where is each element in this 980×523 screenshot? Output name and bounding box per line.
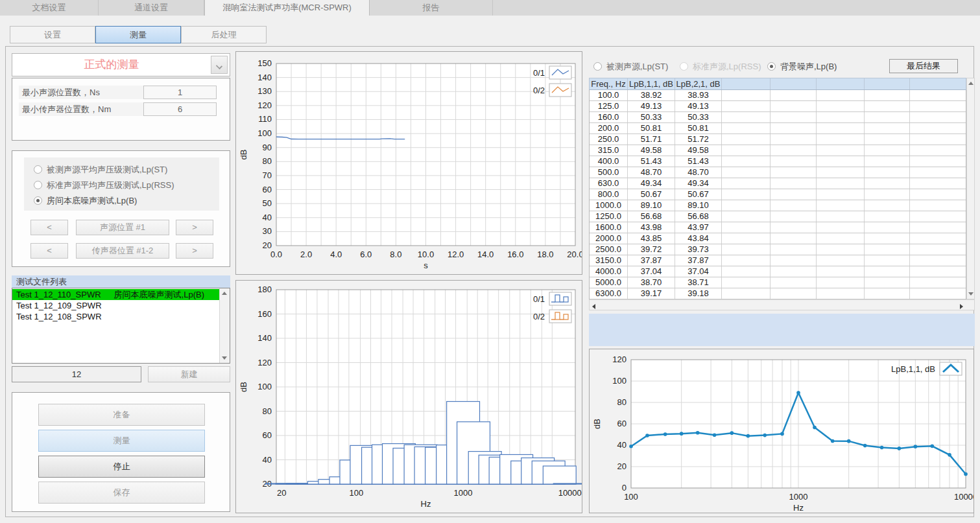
mic-position-next-button[interactable]: >: [176, 243, 213, 259]
table-cell: [865, 112, 910, 122]
table-row[interactable]: 6300.039.1739.18: [590, 288, 966, 299]
table-cell: 1000.0: [590, 200, 628, 211]
table-cell: 49.58: [628, 145, 675, 156]
radio-circle-icon: [680, 62, 688, 71]
table-cell: 43.84: [675, 233, 722, 244]
table-cell: [771, 101, 817, 111]
scroll-up-button[interactable]: [967, 78, 974, 89]
measurement-mode-select[interactable]: 正式的测量: [12, 53, 230, 76]
list-item[interactable]: Test 1_12_110_SPWR房间本底噪声测试,Lp(B): [12, 289, 219, 300]
table-horizontal-scrollbar[interactable]: [589, 299, 975, 310]
table-row[interactable]: 630.049.3449.34: [590, 178, 966, 189]
arrow-up-icon: [968, 82, 974, 85]
table-cell: 51.71: [628, 134, 675, 145]
radio-lp-rss[interactable]: 标准声源平均声压级测试,Lp(RSS): [34, 180, 174, 192]
source-position-next-button[interactable]: >: [176, 220, 213, 235]
scroll-down-button[interactable]: [220, 353, 230, 363]
table-row[interactable]: 250.051.7151.72: [590, 134, 966, 145]
table-cell: [910, 255, 966, 266]
table-cell: [910, 222, 966, 233]
source-position-prev-button[interactable]: <: [30, 220, 68, 235]
source-position-button[interactable]: 声源位置 #1: [76, 220, 169, 235]
result-source-radio[interactable]: 被测声源,Lp(ST): [593, 62, 668, 73]
svg-text:10.0: 10.0: [418, 250, 434, 259]
table-row[interactable]: 1000.089.1089.10: [590, 200, 966, 211]
table-cell: 51.43: [628, 156, 675, 167]
table-cell: [817, 178, 865, 189]
svg-text:Hz: Hz: [421, 499, 431, 509]
table-cell: [771, 222, 817, 233]
file-list-scrollbar[interactable]: [219, 288, 230, 363]
svg-text:14.0: 14.0: [477, 250, 494, 259]
table-row[interactable]: 2000.043.8543.84: [590, 233, 966, 244]
file-count-button[interactable]: 12: [12, 366, 141, 382]
list-item[interactable]: Test 1_12_109_SPWR: [12, 300, 219, 311]
table-cell: [722, 266, 771, 277]
table-row[interactable]: 1250.056.6856.68: [590, 211, 966, 222]
svg-text:100: 100: [612, 376, 627, 386]
table-cell: [910, 167, 966, 178]
table-row[interactable]: 100.038.9238.93: [590, 90, 966, 101]
subtab-postprocess[interactable]: 后处理: [181, 26, 267, 43]
radio-lp-st[interactable]: 被测声源平均声压级测试,Lp(ST): [34, 165, 167, 176]
mode-dropdown-button[interactable]: [211, 56, 228, 74]
table-cell: [910, 123, 966, 134]
test-file-list[interactable]: Test 1_12_110_SPWR房间本底噪声测试,Lp(B) Test 1_…: [12, 288, 230, 364]
table-cell: 3150.0: [590, 255, 628, 266]
table-cell: [865, 277, 910, 288]
table-vertical-scrollbar[interactable]: [966, 78, 975, 299]
svg-text:60: 60: [263, 430, 272, 440]
test-type-panel: 被测声源平均声压级测试,Lp(ST) 标准声源平均声压级测试,Lp(RSS) 房…: [12, 150, 230, 267]
table-row[interactable]: 1600.043.9843.97: [590, 222, 966, 233]
table-row[interactable]: 4000.037.0437.04: [590, 266, 966, 277]
min-mic-positions-input[interactable]: 6: [143, 102, 217, 116]
table-cell: [817, 112, 865, 122]
table-row[interactable]: 800.050.6750.67: [590, 189, 966, 200]
table-cell: [722, 288, 771, 299]
table-cell: 315.0: [590, 145, 628, 156]
subtab-measure[interactable]: 测量: [95, 26, 181, 43]
freq-column-header: Freq., Hz: [590, 78, 628, 89]
final-result-button[interactable]: 最后结果: [889, 59, 958, 73]
scroll-right-button[interactable]: [960, 301, 968, 309]
subtab-settings[interactable]: 设置: [10, 26, 95, 43]
table-cell: 49.34: [628, 178, 675, 189]
table-cell: [771, 90, 817, 100]
stop-button[interactable]: 停止: [38, 456, 205, 478]
svg-text:20.0: 20.0: [567, 250, 582, 259]
result-background-radio[interactable]: 背景噪声,Lp(B): [767, 62, 837, 73]
mic-position-button[interactable]: 传声器位置 #1-2: [76, 243, 169, 259]
table-row[interactable]: 3150.037.8737.87: [590, 255, 966, 266]
table-row[interactable]: 500.048.7048.70: [590, 167, 966, 178]
table-cell: [722, 200, 771, 211]
table-cell: [817, 189, 865, 200]
mic-position-prev-button[interactable]: <: [30, 243, 68, 259]
radio-lp-b[interactable]: 房间本底噪声测试,Lp(B): [34, 196, 137, 207]
table-cell: [817, 266, 865, 277]
spacer-panel: [589, 314, 975, 346]
table-cell: 49.13: [628, 101, 675, 111]
table-row[interactable]: 315.049.5849.58: [590, 145, 966, 156]
scroll-up-button[interactable]: [220, 288, 230, 299]
tab-mcr-spwr[interactable]: 混响室法测试声功率(MCR-SPWR): [204, 0, 370, 16]
table-row[interactable]: 160.050.3350.33: [590, 112, 966, 123]
table-row[interactable]: 5000.038.7038.71: [590, 277, 966, 288]
table-cell: [865, 189, 910, 200]
table-row[interactable]: 400.051.4351.43: [590, 156, 966, 167]
table-row[interactable]: 2500.039.7239.73: [590, 244, 966, 255]
tab-document-settings[interactable]: 文档设置: [0, 0, 99, 16]
min-source-positions-input[interactable]: 1: [143, 86, 217, 99]
tab-report[interactable]: 报告: [370, 0, 493, 16]
tab-channel-settings[interactable]: 通道设置: [99, 0, 204, 16]
list-item[interactable]: Test 1_12_108_SPWR: [12, 311, 219, 322]
table-row[interactable]: 125.049.1349.13: [590, 101, 966, 112]
table-cell: [771, 123, 817, 134]
svg-text:18.0: 18.0: [537, 250, 553, 259]
result-spectrum-chart: 020406080100120100100010000LpB,1,1, dBdB…: [589, 349, 974, 513]
scroll-down-button[interactable]: [967, 288, 974, 299]
table-cell: 50.33: [628, 112, 675, 122]
table-row[interactable]: 200.050.8150.81: [590, 123, 966, 134]
table-cell: 89.10: [675, 200, 722, 211]
scroll-left-button[interactable]: [592, 301, 600, 309]
main-tab-bar: 文档设置 通道设置 混响室法测试声功率(MCR-SPWR) 报告: [0, 0, 980, 16]
